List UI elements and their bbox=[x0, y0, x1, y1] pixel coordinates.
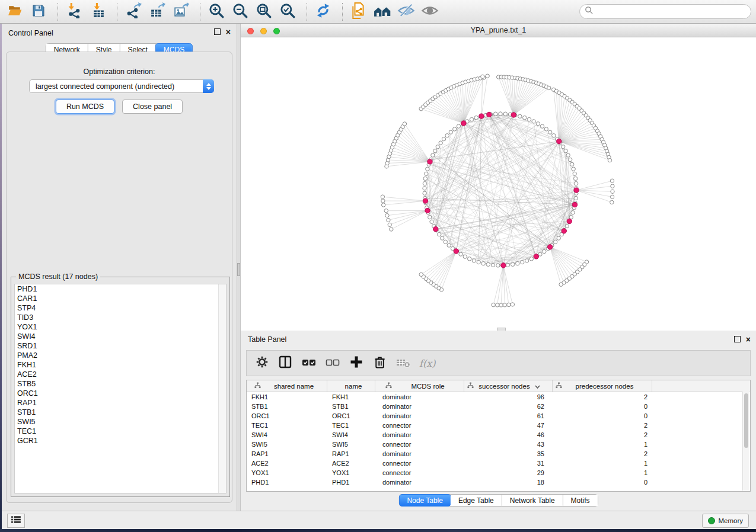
network-hub-node[interactable] bbox=[461, 121, 466, 126]
add-column-icon[interactable] bbox=[349, 354, 364, 372]
network-node[interactable] bbox=[491, 263, 495, 267]
network-node[interactable] bbox=[441, 236, 444, 240]
save-session-button[interactable] bbox=[28, 2, 49, 22]
export-image-button[interactable] bbox=[171, 2, 191, 22]
criterion-dropdown[interactable]: largest connected component (undirected) bbox=[29, 79, 214, 93]
network-hub-node[interactable] bbox=[567, 219, 572, 223]
network-hub-node[interactable] bbox=[501, 263, 506, 268]
network-node[interactable] bbox=[423, 181, 426, 185]
table-row[interactable]: FKH1FKH1dominator962 bbox=[247, 392, 750, 402]
table-mode-gear-icon[interactable] bbox=[255, 355, 269, 371]
network-node[interactable] bbox=[423, 177, 427, 180]
network-node[interactable] bbox=[381, 195, 384, 198]
network-node[interactable] bbox=[562, 145, 565, 149]
network-hub-node[interactable] bbox=[511, 113, 516, 117]
network-node[interactable] bbox=[552, 134, 556, 137]
network-node[interactable] bbox=[565, 224, 569, 227]
mcds-result-item[interactable]: SWI4 bbox=[15, 332, 226, 341]
zoom-in-button[interactable] bbox=[206, 2, 227, 22]
mcds-result-item[interactable]: STB5 bbox=[15, 379, 226, 389]
network-node[interactable] bbox=[384, 209, 388, 213]
network-node[interactable] bbox=[447, 243, 451, 247]
network-node[interactable] bbox=[492, 303, 495, 306]
network-node[interactable] bbox=[507, 303, 511, 306]
mcds-result-item[interactable]: STB1 bbox=[15, 408, 226, 417]
network-node[interactable] bbox=[436, 145, 439, 149]
mcds-result-item[interactable]: STP4 bbox=[15, 303, 226, 313]
network-node[interactable] bbox=[557, 236, 560, 240]
network-node[interactable] bbox=[439, 141, 442, 145]
search-input[interactable] bbox=[596, 7, 751, 17]
network-node[interactable] bbox=[532, 120, 535, 123]
network-node[interactable] bbox=[610, 200, 614, 204]
mcds-result-item[interactable]: ORC1 bbox=[15, 389, 226, 398]
splitter-grip[interactable] bbox=[237, 263, 240, 276]
tab-node-table[interactable]: Node Table bbox=[398, 494, 451, 507]
network-node[interactable] bbox=[387, 218, 390, 222]
network-node[interactable] bbox=[470, 117, 473, 121]
mcds-result-item[interactable]: GCR1 bbox=[15, 436, 226, 446]
mcds-result-item[interactable]: ACE2 bbox=[15, 370, 226, 379]
network-node[interactable] bbox=[503, 112, 507, 116]
column-header-shared-name[interactable]: shared name bbox=[247, 380, 327, 392]
show-panels-button[interactable] bbox=[7, 514, 25, 528]
network-node[interactable] bbox=[390, 227, 393, 231]
mcds-result-item[interactable]: PHD1 bbox=[15, 284, 226, 294]
table-row[interactable]: ORC1ORC1dominator610 bbox=[247, 411, 750, 421]
show-columns-icon[interactable] bbox=[277, 354, 293, 372]
memory-button[interactable]: Memory bbox=[702, 514, 749, 528]
network-node[interactable] bbox=[472, 259, 476, 262]
network-node[interactable] bbox=[486, 74, 489, 78]
zoom-out-button[interactable] bbox=[230, 2, 250, 22]
column-header-successor-nodes[interactable]: successor nodes bbox=[464, 380, 553, 392]
network-node[interactable] bbox=[540, 124, 544, 128]
search-field[interactable] bbox=[579, 4, 751, 19]
close-panel-icon[interactable]: × bbox=[226, 29, 231, 35]
table-row[interactable]: YOX1YOX1connector291 bbox=[247, 468, 750, 477]
network-node[interactable] bbox=[457, 124, 460, 128]
network-node[interactable] bbox=[430, 220, 433, 223]
network-node[interactable] bbox=[433, 149, 437, 153]
network-node[interactable] bbox=[564, 149, 567, 153]
table-row[interactable]: PHD1PHD1dominator180 bbox=[247, 477, 750, 487]
close-table-panel-icon[interactable]: × bbox=[746, 336, 751, 342]
network-from-selection-button[interactable] bbox=[349, 2, 369, 22]
network-window-titlebar[interactable]: YPA_prune.txt_1 bbox=[241, 24, 756, 37]
network-node[interactable] bbox=[381, 199, 385, 203]
open-session-button[interactable] bbox=[5, 2, 25, 22]
delete-column-icon[interactable] bbox=[372, 355, 387, 372]
network-node[interactable] bbox=[453, 127, 457, 131]
network-node[interactable] bbox=[463, 255, 467, 258]
mcds-result-item[interactable]: TEC1 bbox=[15, 427, 226, 436]
network-node[interactable] bbox=[382, 203, 385, 207]
network-node[interactable] bbox=[523, 116, 527, 119]
network-hub-node[interactable] bbox=[547, 245, 552, 249]
network-node[interactable] bbox=[444, 240, 447, 243]
network-node[interactable] bbox=[548, 130, 551, 134]
first-neighbors-button[interactable] bbox=[372, 2, 393, 22]
network-node[interactable] bbox=[503, 303, 506, 307]
export-table-button[interactable] bbox=[147, 2, 167, 22]
network-node[interactable] bbox=[481, 262, 485, 265]
network-node[interactable] bbox=[611, 184, 614, 188]
network-hub-node[interactable] bbox=[562, 229, 566, 233]
network-node[interactable] bbox=[571, 211, 575, 214]
network-node[interactable] bbox=[495, 303, 499, 307]
network-node[interactable] bbox=[499, 112, 502, 116]
tab-edge-table[interactable]: Edge Table bbox=[451, 495, 502, 506]
network-node[interactable] bbox=[426, 167, 429, 171]
hide-selected-button[interactable] bbox=[396, 2, 416, 22]
import-network-button[interactable] bbox=[64, 2, 84, 22]
network-hub-node[interactable] bbox=[487, 112, 492, 117]
network-node[interactable] bbox=[525, 259, 528, 262]
network-node[interactable] bbox=[496, 264, 500, 267]
network-hub-node[interactable] bbox=[425, 208, 430, 213]
network-node[interactable] bbox=[449, 130, 452, 134]
apply-layout-button[interactable] bbox=[313, 2, 333, 22]
network-node[interactable] bbox=[511, 303, 514, 306]
network-node[interactable] bbox=[611, 190, 614, 193]
network-node[interactable] bbox=[428, 215, 432, 219]
network-node[interactable] bbox=[477, 260, 480, 264]
network-node[interactable] bbox=[486, 262, 490, 266]
network-node[interactable] bbox=[518, 114, 522, 118]
